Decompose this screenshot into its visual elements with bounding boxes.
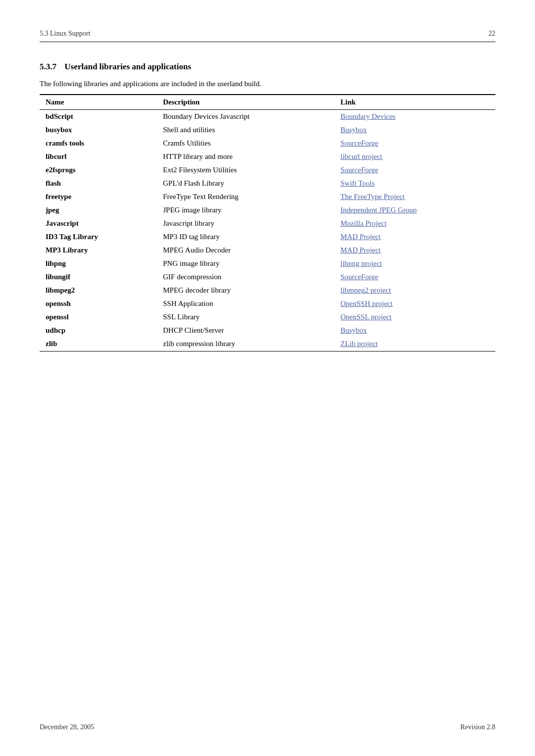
header-page-number: 22 bbox=[488, 30, 495, 38]
table-row: e2fsprogsExt2 Filesystem UtilitiesSource… bbox=[40, 163, 495, 177]
cell-description: SSH Application bbox=[159, 297, 336, 310]
link-mp3-library[interactable]: MAD Project bbox=[340, 246, 380, 254]
cell-description: MPEG Audio Decoder bbox=[159, 244, 336, 257]
page-header: 5.3 Linux Support 22 bbox=[40, 30, 495, 42]
link-e2fsprogs[interactable]: SourceForge bbox=[340, 166, 378, 174]
cell-link[interactable]: Mozilla Project bbox=[336, 217, 495, 230]
link-openssl[interactable]: OpenSSL project bbox=[340, 313, 391, 321]
table-row: freetypeFreeType Text RenderingThe FreeT… bbox=[40, 190, 495, 203]
cell-link[interactable]: OpenSSH project bbox=[336, 297, 495, 310]
cell-link[interactable]: libcurl project bbox=[336, 150, 495, 163]
footer-date: December 28, 2005 bbox=[40, 723, 94, 731]
section-title: 5.3.7 Userland libraries and application… bbox=[40, 62, 495, 72]
header-section: 5.3 Linux Support bbox=[40, 30, 90, 38]
table-row: libungifGIF decompressionSourceForge bbox=[40, 270, 495, 284]
cell-name: libungif bbox=[40, 270, 159, 284]
table-row: cramfs toolsCramfs UtilitiesSourceForge bbox=[40, 137, 495, 150]
cell-link[interactable]: Swift Tools bbox=[336, 177, 495, 190]
cell-description: JPEG image library bbox=[159, 203, 336, 217]
table-row: jpegJPEG image libraryIndependent JPEG G… bbox=[40, 203, 495, 217]
cell-name: udhcp bbox=[40, 324, 159, 337]
cell-name: libmpeg2 bbox=[40, 284, 159, 297]
col-header-name: Name bbox=[40, 95, 159, 110]
link-javascript[interactable]: Mozilla Project bbox=[340, 219, 386, 227]
table-row: JavascriptJavascript libraryMozilla Proj… bbox=[40, 217, 495, 230]
link-libmpeg2[interactable]: libmpeg2 project bbox=[340, 286, 391, 294]
link-bdscript[interactable]: Boundary Devices bbox=[340, 112, 395, 120]
cell-description: Javascript library bbox=[159, 217, 336, 230]
cell-name: libcurl bbox=[40, 150, 159, 163]
table-row: libmpeg2MPEG decoder librarylibmpeg2 pro… bbox=[40, 284, 495, 297]
cell-link[interactable]: MAD Project bbox=[336, 244, 495, 257]
link-id3-tag-library[interactable]: MAD Project bbox=[340, 233, 380, 241]
cell-name: flash bbox=[40, 177, 159, 190]
link-openssh[interactable]: OpenSSH project bbox=[340, 300, 392, 307]
cell-link[interactable]: libpng project bbox=[336, 257, 495, 270]
cell-name: openssl bbox=[40, 310, 159, 324]
cell-name: zlib bbox=[40, 337, 159, 352]
table-row: opensshSSH ApplicationOpenSSH project bbox=[40, 297, 495, 310]
table-row: libpngPNG image librarylibpng project bbox=[40, 257, 495, 270]
link-cramfs-tools[interactable]: SourceForge bbox=[340, 139, 378, 147]
cell-link[interactable]: Independent JPEG Group bbox=[336, 203, 495, 217]
cell-description: MP3 ID tag library bbox=[159, 230, 336, 244]
cell-link[interactable]: Busybox bbox=[336, 123, 495, 137]
link-libpng[interactable]: libpng project bbox=[340, 259, 382, 267]
cell-link[interactable]: MAD Project bbox=[336, 230, 495, 244]
link-freetype[interactable]: The FreeType Project bbox=[340, 193, 405, 201]
table-row: ID3 Tag LibraryMP3 ID tag libraryMAD Pro… bbox=[40, 230, 495, 244]
cell-link[interactable]: Boundary Devices bbox=[336, 110, 495, 124]
intro-text: The following libraries and applications… bbox=[40, 80, 495, 88]
cell-name: jpeg bbox=[40, 203, 159, 217]
table-row: zlibzlib compression libraryZLib project bbox=[40, 337, 495, 352]
table-row: flashGPL'd Flash LibrarySwift Tools bbox=[40, 177, 495, 190]
cell-name: ID3 Tag Library bbox=[40, 230, 159, 244]
cell-link[interactable]: libmpeg2 project bbox=[336, 284, 495, 297]
cell-link[interactable]: OpenSSL project bbox=[336, 310, 495, 324]
table-row: MP3 LibraryMPEG Audio DecoderMAD Project bbox=[40, 244, 495, 257]
page-container: 5.3 Linux Support 22 5.3.7 Userland libr… bbox=[0, 0, 535, 756]
cell-description: Ext2 Filesystem Utilities bbox=[159, 163, 336, 177]
cell-link[interactable]: SourceForge bbox=[336, 137, 495, 150]
cell-link[interactable]: SourceForge bbox=[336, 163, 495, 177]
table-row: udhcpDHCP Client/ServerBusybox bbox=[40, 324, 495, 337]
cell-description: MPEG decoder library bbox=[159, 284, 336, 297]
cell-name: freetype bbox=[40, 190, 159, 203]
table-row: busyboxShell and utilitiesBusybox bbox=[40, 123, 495, 137]
cell-description: Shell and utilities bbox=[159, 123, 336, 137]
cell-description: DHCP Client/Server bbox=[159, 324, 336, 337]
cell-description: HTTP library and more bbox=[159, 150, 336, 163]
link-libungif[interactable]: SourceForge bbox=[340, 273, 378, 281]
cell-description: PNG image library bbox=[159, 257, 336, 270]
cell-name: Javascript bbox=[40, 217, 159, 230]
cell-name: busybox bbox=[40, 123, 159, 137]
cell-link[interactable]: The FreeType Project bbox=[336, 190, 495, 203]
cell-link[interactable]: Busybox bbox=[336, 324, 495, 337]
page-footer: December 28, 2005 Revision 2.8 bbox=[40, 723, 495, 731]
link-udhcp[interactable]: Busybox bbox=[340, 326, 367, 334]
cell-description: Cramfs Utilities bbox=[159, 137, 336, 150]
cell-name: MP3 Library bbox=[40, 244, 159, 257]
cell-link[interactable]: SourceForge bbox=[336, 270, 495, 284]
libraries-table: Name Description Link bdScriptBoundary D… bbox=[40, 94, 495, 352]
table-row: libcurlHTTP library and morelibcurl proj… bbox=[40, 150, 495, 163]
section-number: 5.3.7 bbox=[40, 62, 56, 71]
cell-description: GIF decompression bbox=[159, 270, 336, 284]
link-flash[interactable]: Swift Tools bbox=[340, 179, 374, 187]
table-header-row: Name Description Link bbox=[40, 95, 495, 110]
col-header-description: Description bbox=[159, 95, 336, 110]
cell-name: bdScript bbox=[40, 110, 159, 124]
cell-description: zlib compression library bbox=[159, 337, 336, 352]
link-jpeg[interactable]: Independent JPEG Group bbox=[340, 206, 417, 214]
table-row: bdScriptBoundary Devices JavascriptBound… bbox=[40, 110, 495, 124]
link-libcurl[interactable]: libcurl project bbox=[340, 152, 382, 160]
cell-description: GPL'd Flash Library bbox=[159, 177, 336, 190]
cell-description: Boundary Devices Javascript bbox=[159, 110, 336, 124]
link-busybox[interactable]: Busybox bbox=[340, 126, 367, 134]
col-header-link: Link bbox=[336, 95, 495, 110]
cell-name: openssh bbox=[40, 297, 159, 310]
cell-name: e2fsprogs bbox=[40, 163, 159, 177]
link-zlib[interactable]: ZLib project bbox=[340, 340, 377, 348]
table-row: opensslSSL LibraryOpenSSL project bbox=[40, 310, 495, 324]
cell-link[interactable]: ZLib project bbox=[336, 337, 495, 352]
